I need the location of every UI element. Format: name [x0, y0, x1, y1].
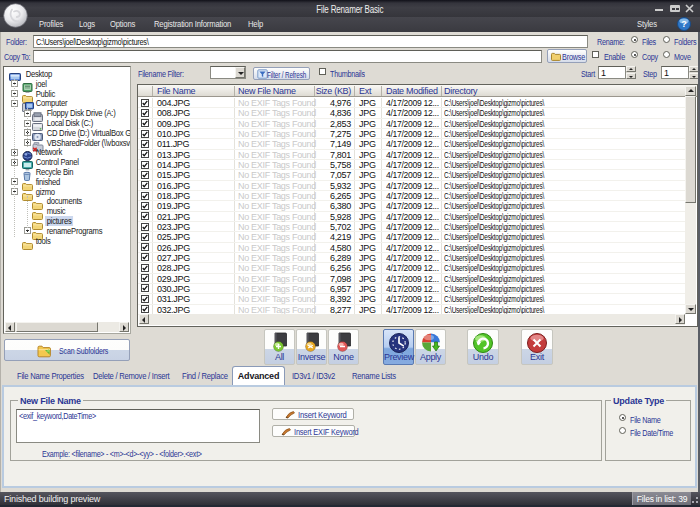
svg-text:?: ?	[681, 19, 687, 29]
